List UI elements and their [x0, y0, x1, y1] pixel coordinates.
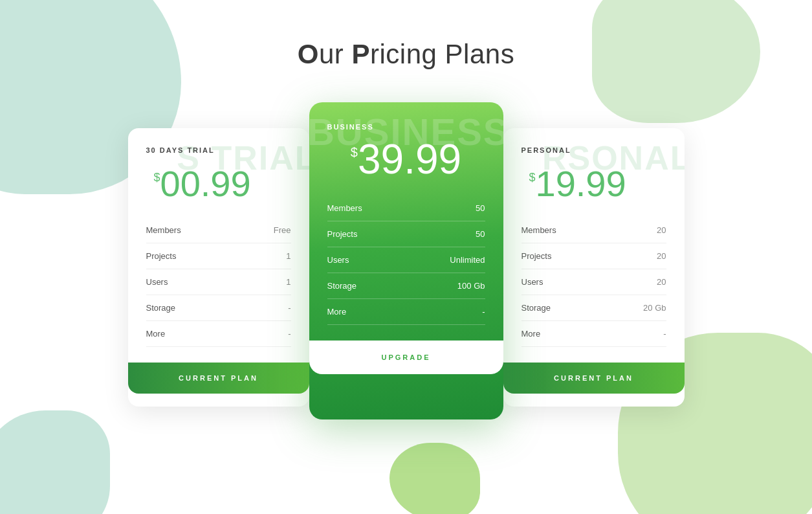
trial-feature-projects-label: Projects [146, 251, 177, 261]
business-feature-more: More - [327, 299, 485, 325]
trial-feature-projects-value: 1 [286, 251, 291, 261]
business-plan-label: BUSINESS [327, 123, 485, 131]
personal-feature-storage: Storage 20 Gb [521, 295, 666, 321]
business-feature-members-value: 50 [476, 203, 485, 213]
trial-card: S TRIAL 30 DAYS TRIAL $ 00.99 Members Fr… [128, 128, 309, 407]
personal-feature-projects: Projects 20 [521, 243, 666, 269]
trial-feature-users-value: 1 [286, 277, 291, 287]
business-price-dollar: $ [351, 145, 358, 160]
bg-blob-bottom-center [390, 443, 480, 514]
trial-feature-projects: Projects 1 [146, 243, 291, 269]
trial-current-plan-button[interactable]: CURRENT PLAN [128, 363, 309, 394]
trial-features: Members Free Projects 1 Users 1 Storage … [146, 218, 291, 347]
business-feature-storage-value: 100 Gb [457, 281, 485, 291]
trial-feature-members-value: Free [274, 225, 291, 235]
trial-feature-storage: Storage - [146, 295, 291, 321]
bg-blob-bottom-left [0, 410, 110, 514]
personal-feature-more-label: More [521, 329, 541, 339]
trial-price-dollar: $ [154, 171, 160, 184]
business-feature-storage: Storage 100 Gb [327, 273, 485, 299]
personal-feature-storage-value: 20 Gb [643, 303, 666, 313]
business-feature-projects-value: 50 [476, 229, 485, 239]
business-price: $ 39.99 [327, 139, 485, 180]
trial-feature-more: More - [146, 321, 291, 347]
personal-feature-members-label: Members [521, 225, 556, 235]
trial-feature-more-label: More [146, 329, 166, 339]
personal-price-main: 19.99 [536, 166, 626, 202]
personal-current-plan-button[interactable]: CURRENT PLAN [503, 363, 685, 394]
personal-feature-members: Members 20 [521, 218, 666, 243]
personal-feature-more-value: - [663, 329, 666, 339]
personal-plan-label: PERSONAL [521, 146, 666, 154]
business-upgrade-button[interactable]: UPGRADE [309, 341, 503, 374]
personal-feature-users-label: Users [521, 277, 543, 287]
trial-feature-users-label: Users [146, 277, 168, 287]
page-title: Our Pricing Plans [298, 39, 514, 70]
personal-feature-more: More - [521, 321, 666, 347]
business-feature-members: Members 50 [327, 196, 485, 221]
title-bold-o: O [298, 39, 319, 69]
personal-feature-users-value: 20 [657, 277, 666, 287]
personal-price-dollar: $ [529, 171, 536, 184]
business-feature-members-label: Members [327, 203, 362, 213]
personal-feature-projects-label: Projects [521, 251, 552, 261]
trial-feature-storage-value: - [288, 303, 291, 313]
business-feature-users: Users Unlimited [327, 247, 485, 273]
personal-price: $ 19.99 [529, 166, 666, 202]
trial-feature-members-label: Members [146, 225, 181, 235]
trial-price: $ 00.99 [154, 166, 291, 202]
trial-plan-label: 30 DAYS TRIAL [146, 146, 291, 154]
business-features: Members 50 Projects 50 Users Unlimited S… [327, 196, 485, 325]
business-feature-projects: Projects 50 [327, 221, 485, 247]
trial-feature-members: Members Free [146, 218, 291, 243]
business-feature-more-value: - [482, 307, 485, 317]
personal-card: RSONAL PERSONAL $ 19.99 Members 20 Proje… [503, 128, 685, 407]
business-feature-projects-label: Projects [327, 229, 358, 239]
pricing-cards-container: S TRIAL 30 DAYS TRIAL $ 00.99 Members Fr… [128, 102, 685, 419]
business-feature-more-label: More [327, 307, 347, 317]
personal-feature-members-value: 20 [657, 225, 666, 235]
trial-feature-users: Users 1 [146, 269, 291, 295]
personal-feature-projects-value: 20 [657, 251, 666, 261]
business-feature-storage-label: Storage [327, 281, 357, 291]
business-feature-users-label: Users [327, 255, 349, 265]
trial-price-main: 00.99 [160, 166, 251, 202]
business-feature-users-value: Unlimited [450, 255, 485, 265]
business-price-main: 39.99 [358, 139, 461, 180]
trial-feature-storage-label: Storage [146, 303, 176, 313]
business-card: BUSINESS BUSINESS $ 39.99 Members 50 Pro… [309, 102, 503, 419]
title-bold-p: P [352, 39, 371, 69]
page-content: Our Pricing Plans S TRIAL 30 DAYS TRIAL … [0, 0, 812, 419]
personal-features: Members 20 Projects 20 Users 20 Storage … [521, 218, 666, 347]
trial-feature-more-value: - [288, 329, 291, 339]
personal-feature-users: Users 20 [521, 269, 666, 295]
personal-feature-storage-label: Storage [521, 303, 551, 313]
